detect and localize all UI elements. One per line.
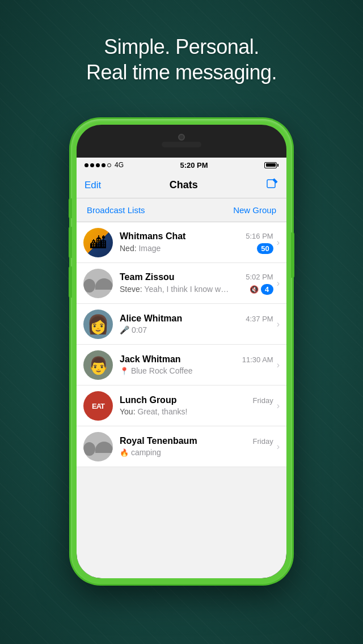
side-button-power [291, 232, 294, 278]
chat-time: 4:37 PM [246, 315, 273, 323]
tagline: Simple. Personal. Real time messaging. [0, 34, 363, 85]
side-button-vol-up [69, 227, 72, 258]
chevron-right-icon: › [277, 442, 280, 452]
chat-time: Friday [253, 396, 273, 405]
avatar: 👨 [83, 350, 113, 380]
avatar: 👩 [83, 310, 113, 339]
list-item[interactable]: 👩 Alice Whitman 4:37 PM 🎤 0:07 [77, 304, 286, 345]
phone-shell: 4G 5:20 PM Edit Chats [71, 119, 292, 584]
chat-name: Whitmans Chat [120, 231, 185, 242]
chat-content: Team Zissou 5:02 PM Steve: Yeah, I think… [120, 272, 273, 295]
status-time: 5:20 PM [180, 161, 208, 170]
list-item[interactable]: EAT Lunch Group Friday You: Great, thank… [77, 385, 286, 426]
avatar [83, 269, 113, 298]
chat-list: Whitmans Chat 5:16 PM Ned: Image 50 [77, 222, 286, 467]
chevron-right-icon: › [277, 238, 280, 248]
chat-time: Friday [253, 437, 273, 446]
chevron-right-icon: › [277, 401, 280, 411]
status-bar: 4G 5:20 PM [77, 158, 286, 172]
list-item[interactable]: Team Zissou 5:02 PM Steve: Yeah, I think… [77, 263, 286, 304]
nav-bar: Edit Chats [77, 172, 286, 198]
chat-time: 5:16 PM [246, 232, 273, 240]
chat-meta: 🔇 4 [250, 284, 273, 295]
screen: 4G 5:20 PM Edit Chats [77, 158, 286, 578]
fire-icon: 🔥 [120, 448, 129, 457]
avatar: EAT [83, 391, 113, 421]
chat-content: Royal Tenenbaum Friday 🔥 camping [120, 436, 273, 457]
side-button-vol-down [69, 266, 72, 298]
chat-sender: Ned: [120, 244, 138, 253]
chat-preview: You: Great, thanks! [120, 407, 187, 416]
edit-button[interactable]: Edit [85, 180, 101, 191]
signal-dot-5 [107, 163, 111, 167]
signal-dot-2 [90, 163, 94, 167]
mute-icon: 🔇 [250, 285, 259, 294]
avatar [83, 432, 113, 461]
signal-area: 4G [85, 161, 124, 169]
chat-content: Jack Whitman 11:30 AM 📍 Blue Rock Coffee [120, 354, 273, 375]
chat-name: Royal Tenenbaum [120, 436, 197, 446]
chat-content: Lunch Group Friday You: Great, thanks! [120, 395, 273, 416]
action-bar: Broadcast Lists New Group [77, 198, 286, 222]
list-item[interactable]: Whitmans Chat 5:16 PM Ned: Image 50 [77, 222, 286, 263]
phone-inner: 4G 5:20 PM Edit Chats [77, 125, 286, 578]
tagline-line2: Real time messaging. [86, 61, 277, 84]
chat-time: 5:02 PM [246, 273, 273, 281]
location-icon: 📍 [120, 367, 129, 375]
microphone-icon: 🎤 [120, 325, 129, 334]
chat-time: 11:30 AM [242, 355, 273, 364]
chat-content: Alice Whitman 4:37 PM 🎤 0:07 [120, 313, 273, 334]
chat-name: Jack Whitman [120, 354, 181, 365]
chat-sender: You: [120, 407, 137, 416]
chat-preview: Steve: Yeah, I think I know wha... [120, 285, 233, 294]
chat-preview: 📍 Blue Rock Coffee [120, 366, 193, 375]
chat-content: Whitmans Chat 5:16 PM Ned: Image 50 [120, 231, 273, 254]
chat-preview: 🎤 0:07 [120, 325, 147, 334]
chevron-right-icon: › [277, 319, 280, 329]
chat-preview: 🔥 camping [120, 448, 161, 457]
tagline-line1: Simple. Personal. [104, 35, 259, 58]
chat-preview: Ned: Image [120, 244, 161, 253]
battery-icon [264, 162, 278, 168]
chat-meta: 50 [257, 243, 273, 254]
list-item[interactable]: Royal Tenenbaum Friday 🔥 camping › [77, 426, 286, 467]
chat-sender: Steve: [120, 285, 144, 294]
signal-dot-4 [102, 163, 105, 167]
compose-button[interactable] [266, 177, 278, 193]
unread-badge: 4 [261, 284, 273, 295]
unread-badge: 50 [257, 243, 273, 254]
broadcast-lists-button[interactable]: Broadcast Lists [87, 205, 145, 215]
list-item[interactable]: 👨 Jack Whitman 11:30 AM 📍 Blue Rock Coff… [77, 345, 286, 385]
chat-name: Team Zissou [120, 272, 175, 282]
chevron-right-icon: › [277, 360, 280, 370]
chevron-right-icon: › [277, 278, 280, 289]
avatar [83, 228, 113, 257]
signal-dot-1 [85, 163, 88, 167]
signal-dot-3 [96, 163, 100, 167]
network-type: 4G [115, 161, 124, 169]
page-title: Chats [170, 179, 198, 191]
speaker [162, 142, 201, 147]
chat-name: Lunch Group [120, 395, 176, 405]
new-group-button[interactable]: New Group [233, 205, 276, 215]
chat-name: Alice Whitman [120, 313, 182, 324]
side-button-mute [69, 198, 72, 218]
camera [178, 134, 185, 141]
